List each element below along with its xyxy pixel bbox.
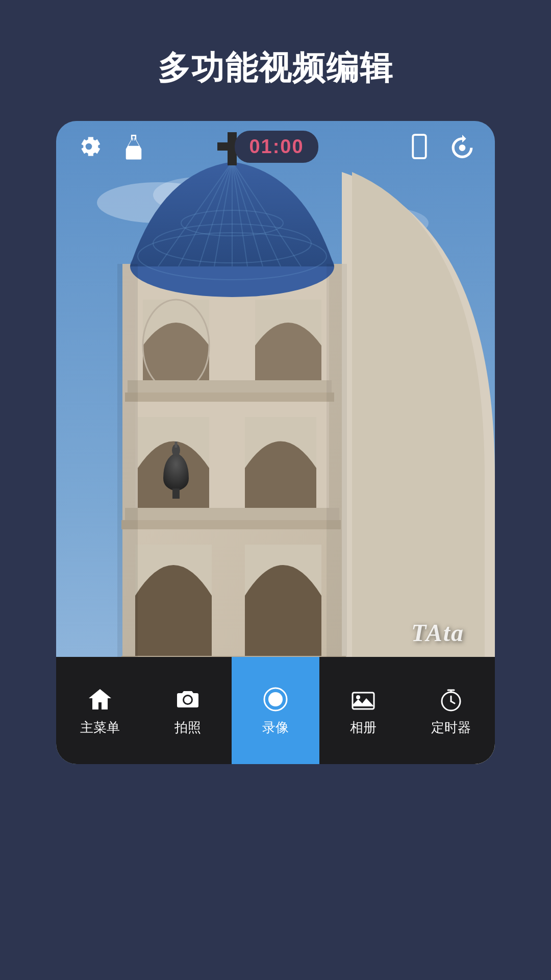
watermark: TAta [411,619,464,647]
svg-rect-19 [172,488,180,499]
nav-home-label: 主菜单 [80,719,120,737]
svg-rect-40 [353,693,374,709]
topbar-left [74,132,148,161]
topbar-right [405,132,477,161]
nav-timer-label: 定时器 [431,719,471,737]
svg-point-37 [459,144,466,151]
home-icon [86,685,114,714]
filter-button[interactable] [119,132,148,161]
nav-photo-label: 拍照 [174,719,201,737]
bottom-nav: 主菜单 拍照 录像 [56,657,495,764]
camera-preview: 01:00 TAta [56,121,495,764]
svg-rect-22 [125,508,339,522]
svg-rect-36 [413,135,425,158]
timer-icon [437,685,465,714]
svg-rect-15 [128,380,332,395]
settings-button[interactable] [74,132,103,161]
camera-topbar: 01:00 [56,121,495,172]
svg-point-39 [268,692,283,706]
camera-icon [173,685,202,714]
nav-timer[interactable]: 定时器 [407,657,495,764]
timer-display[interactable]: 01:00 [235,131,318,163]
nav-record[interactable]: 录像 [232,657,319,764]
nav-album-label: 相册 [350,719,377,737]
svg-point-41 [356,695,360,699]
svg-rect-23 [121,520,341,529]
nav-photo[interactable]: 拍照 [144,657,232,764]
svg-rect-16 [125,393,334,402]
page-title: 多功能视频编辑 [158,46,393,90]
record-icon [261,685,290,714]
svg-rect-35 [327,264,347,662]
ratio-button[interactable] [405,132,434,161]
camera-card: 01:00 TAta [56,121,495,764]
flip-camera-button[interactable] [448,132,477,161]
nav-home[interactable]: 主菜单 [56,657,144,764]
album-icon [349,685,378,714]
nav-record-label: 录像 [262,719,289,737]
nav-album[interactable]: 相册 [319,657,407,764]
